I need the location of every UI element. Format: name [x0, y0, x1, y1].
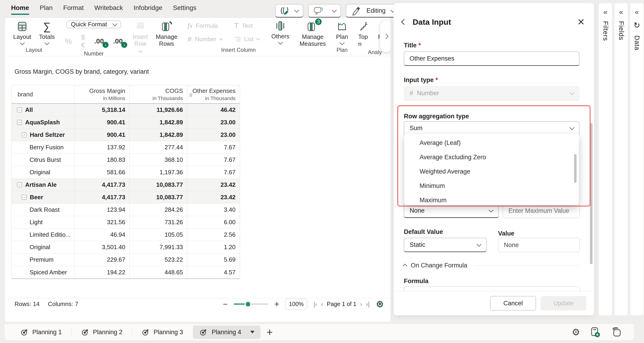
dropdown-scrollbar[interactable]: [574, 154, 576, 183]
table-row[interactable]: Spiced Amber194.22448.654.57: [12, 266, 240, 278]
mode-selector-button[interactable]: Editing: [346, 4, 400, 18]
sheet-tab-planning-2[interactable]: Planning 2: [72, 324, 132, 340]
last-page-button[interactable]: ›|: [366, 300, 370, 308]
cell-value[interactable]: 180.83: [75, 154, 130, 166]
cell-value[interactable]: 10,083.77: [130, 191, 187, 203]
cell-value[interactable]: 3.40: [187, 204, 240, 216]
row-label-cell[interactable]: Citrus Burst: [12, 154, 75, 166]
menu-item-home[interactable]: Home: [11, 4, 29, 14]
tab-menu-caret-icon[interactable]: [250, 331, 254, 333]
panel-scrollbar[interactable]: [590, 123, 592, 264]
row-label-cell[interactable]: Artisan Ale: [12, 179, 75, 191]
cell-value[interactable]: 123.94: [75, 204, 130, 216]
table-row[interactable]: Berry Fusion137.92277.447.67: [12, 141, 240, 154]
row-label-cell[interactable]: Dark Roast: [12, 204, 75, 216]
row-label-cell[interactable]: Original: [12, 166, 75, 178]
update-button[interactable]: Update: [540, 296, 586, 310]
collapse-icon[interactable]: [17, 182, 22, 187]
row-aggregation-select[interactable]: Sum: [404, 121, 579, 136]
side-tab-filters[interactable]: «Filters: [598, 3, 612, 315]
column-header-gross-margin[interactable]: Gross Margin in Millions: [75, 85, 130, 103]
cell-value[interactable]: 1,842.89: [130, 129, 187, 141]
add-page-icon[interactable]: [590, 326, 601, 338]
default-value-select[interactable]: Static: [404, 238, 486, 252]
row-label-cell[interactable]: Beer: [12, 191, 75, 203]
cell-value[interactable]: 523.22: [130, 253, 188, 266]
cell-value[interactable]: 23.00: [187, 129, 240, 141]
sheet-tab-planning-4[interactable]: Planning 4: [193, 325, 261, 339]
cell-value[interactable]: 7.67: [187, 141, 240, 153]
comments-button[interactable]: [308, 4, 341, 18]
column-header-brand[interactable]: brand: [12, 85, 75, 103]
table-row[interactable]: Limited Editio...46.94105.052.56: [12, 229, 240, 241]
dropdown-option[interactable]: Average (Leaf): [404, 136, 579, 150]
cell-value[interactable]: 4,417.73: [75, 191, 130, 203]
table-row[interactable]: Original3,501.407,991.331.20: [12, 241, 240, 253]
row-label-cell[interactable]: Berry Fusion: [12, 141, 75, 153]
cell-value[interactable]: 4.57: [187, 266, 240, 278]
sheet-tab-planning-3[interactable]: Planning 3: [132, 324, 193, 340]
currency-format-button[interactable]: $€: [81, 33, 85, 49]
table-row[interactable]: Original581.661,197.367.67: [12, 166, 240, 179]
cell-value[interactable]: 7,991.33: [130, 241, 188, 253]
zoom-level[interactable]: 100%: [285, 299, 307, 309]
title-input[interactable]: [404, 52, 579, 66]
top-n-button[interactable]: Top n: [358, 21, 369, 48]
cell-value[interactable]: 46.94: [75, 229, 130, 241]
cell-value[interactable]: 194.22: [75, 266, 130, 278]
sheet-tab-planning-1[interactable]: Planning 1: [11, 324, 72, 340]
collapse-icon[interactable]: [22, 195, 26, 200]
zoom-out-button[interactable]: −: [223, 300, 228, 308]
cell-value[interactable]: 581.66: [75, 166, 130, 178]
next-page-button[interactable]: ›: [360, 300, 362, 308]
cell-value[interactable]: 23.42: [187, 191, 240, 203]
cell-value[interactable]: 284.26: [130, 204, 188, 216]
cell-value[interactable]: 900.41: [75, 116, 130, 129]
maximum-value-input[interactable]: [503, 204, 580, 218]
cell-value[interactable]: 321.56: [75, 216, 130, 228]
cell-value[interactable]: 1,842.89: [130, 116, 187, 129]
side-tab-fields[interactable]: «Fields: [614, 3, 628, 315]
table-row[interactable]: All5,318.1411,926.6646.42: [12, 104, 240, 116]
dropdown-option[interactable]: Maximum: [404, 193, 579, 205]
first-page-button[interactable]: |‹: [313, 300, 317, 308]
column-header-other-expenses[interactable]: # Other Expenses in Thousands: [187, 85, 240, 103]
zoom-slider-thumb[interactable]: [245, 301, 251, 307]
cell-value[interactable]: 23.00: [187, 116, 240, 129]
row-label-cell[interactable]: Light: [12, 216, 75, 228]
table-row[interactable]: Citrus Burst180.83368.107.67: [12, 154, 240, 166]
side-tab-data[interactable]: «↻Data: [630, 3, 644, 315]
on-change-formula-toggle[interactable]: On Change Formula: [404, 262, 580, 269]
table-row[interactable]: Light321.56731.266.00: [12, 216, 240, 229]
cancel-button[interactable]: Cancel: [490, 296, 536, 310]
previous-page-button[interactable]: ‹: [321, 300, 323, 308]
zoom-in-button[interactable]: +: [274, 300, 279, 308]
percent-format-button[interactable]: %: [65, 37, 72, 46]
dropdown-option[interactable]: Average Excluding Zero: [404, 150, 579, 164]
cell-value[interactable]: 4,417.73: [75, 179, 130, 191]
cell-value[interactable]: 6.00: [187, 216, 240, 228]
table-row[interactable]: Hard Seltzer900.411,842.8923.00: [12, 129, 240, 141]
settings-gear-icon[interactable]: ⚙: [572, 327, 580, 337]
manage-measures-button[interactable]: 3 Manage Measures: [300, 21, 326, 47]
expand-panel-icon[interactable]: «: [635, 8, 639, 16]
cell-value[interactable]: 1,197.36: [130, 166, 188, 178]
pages-stack-icon[interactable]: [610, 326, 622, 338]
column-header-cogs[interactable]: COGS in Thousands: [130, 85, 187, 103]
minimum-value-select[interactable]: None: [404, 204, 498, 218]
back-button[interactable]: [401, 19, 407, 25]
table-row[interactable]: Premium229.67523.225.69: [12, 253, 240, 266]
increase-decimal-button[interactable]: .00›: [113, 37, 123, 45]
cell-value[interactable]: 2.56: [187, 229, 240, 241]
dropdown-option[interactable]: Minimum: [404, 179, 579, 193]
cell-value[interactable]: 7.67: [187, 154, 240, 166]
cell-value[interactable]: 10,083.77: [130, 179, 187, 191]
ribbon-scroll-right-button[interactable]: [380, 20, 390, 53]
cell-value[interactable]: 900.41: [75, 129, 130, 141]
row-label-cell[interactable]: AquaSplash: [12, 116, 75, 129]
cell-value[interactable]: 368.10: [130, 154, 188, 166]
menu-item-settings[interactable]: Settings: [173, 4, 196, 14]
zoom-slider[interactable]: [234, 303, 268, 305]
expand-panel-icon[interactable]: «: [619, 8, 623, 16]
close-icon[interactable]: ✕: [577, 17, 585, 27]
